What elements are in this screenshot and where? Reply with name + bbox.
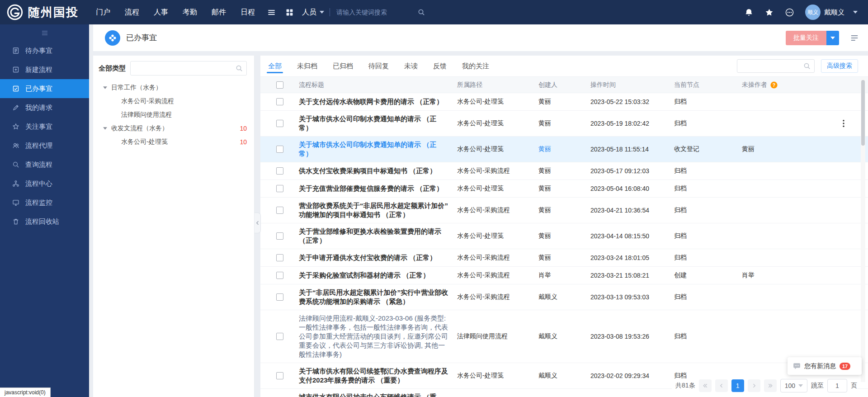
workflow-title-link[interactable]: 法律顾问使用流程-戴顺义-2023-03-06 (服务类型:一般性法律事务，包括… bbox=[299, 314, 448, 358]
row-checkbox[interactable] bbox=[276, 120, 283, 127]
top-nav-item-2[interactable]: 人事 bbox=[146, 0, 175, 24]
search-icon[interactable] bbox=[803, 62, 811, 70]
jump-page-input[interactable] bbox=[827, 379, 847, 392]
top-nav-item-0[interactable]: 门户 bbox=[89, 0, 118, 24]
first-page-button[interactable] bbox=[699, 379, 712, 392]
row-checkbox[interactable] bbox=[276, 98, 283, 105]
top-nav-item-5[interactable]: 日程 bbox=[233, 0, 262, 24]
tree-node[interactable]: 收发文流程（水务）10 bbox=[93, 122, 254, 135]
tree-node[interactable]: 水务公司-采购流程 bbox=[93, 95, 254, 108]
row-checkbox[interactable] bbox=[276, 272, 283, 279]
row-checkbox[interactable] bbox=[276, 232, 283, 240]
page-size-select[interactable]: 100 bbox=[780, 379, 807, 392]
row-checkbox[interactable] bbox=[276, 372, 283, 379]
tab-6[interactable]: 我的关注 bbox=[462, 56, 489, 76]
sidebar-item-8[interactable]: 流程监控 bbox=[0, 193, 89, 212]
top-nav-item-4[interactable]: 邮件 bbox=[204, 0, 233, 24]
sidebar-item-0[interactable]: 待办事宜 bbox=[0, 41, 89, 60]
sidebar-item-1[interactable]: 新建流程 bbox=[0, 60, 89, 79]
sidebar-item-7[interactable]: 流程中心 bbox=[0, 174, 89, 193]
search-icon[interactable] bbox=[418, 9, 425, 16]
sidebar-grip[interactable] bbox=[0, 24, 89, 41]
top-nav-item-3[interactable]: 考勤 bbox=[175, 0, 204, 24]
sidebar-item-2[interactable]: 已办事宜 bbox=[0, 79, 89, 98]
table-row[interactable]: 营业部收费系统关于“非居民用水超定额累计加价”功能增加的项目中标通知书 （正常）… bbox=[260, 198, 868, 223]
row-checkbox[interactable] bbox=[276, 207, 283, 214]
sidebar-item-3[interactable]: 我的请求 bbox=[0, 98, 89, 117]
row-checkbox[interactable] bbox=[276, 333, 283, 340]
tree-search-input[interactable] bbox=[134, 65, 236, 72]
notifications-bell-icon[interactable] bbox=[745, 8, 753, 17]
table-row[interactable]: 关于营业部维修和更换水表检验装置费用的请示 （正常）水务公司-处理笺黄丽2023… bbox=[260, 223, 868, 249]
user-menu-chevron-icon[interactable] bbox=[853, 11, 858, 14]
tab-5[interactable]: 反馈 bbox=[433, 56, 447, 76]
select-all-checkbox[interactable] bbox=[276, 81, 283, 89]
workflow-title-link[interactable]: 关于“非居民用水超定额累计加价”实行中营业部收费系统功能增加的采购请示 （紧急） bbox=[299, 288, 448, 305]
workflow-title-link[interactable]: 关于采购化验室试剂和器材的请示 （正常） bbox=[299, 271, 429, 279]
row-checkbox[interactable] bbox=[276, 146, 283, 153]
workflow-title-link[interactable]: 城市供水有限公司抄表中心车辆维修请示 （重要） bbox=[299, 393, 436, 397]
tree-expand-caret-icon[interactable] bbox=[103, 86, 107, 89]
next-page-button[interactable] bbox=[748, 379, 760, 392]
top-nav-item-1[interactable]: 流程 bbox=[118, 0, 146, 24]
prev-page-button[interactable] bbox=[715, 379, 728, 392]
table-row[interactable]: 关于“非居民用水超定额累计加价”实行中营业部收费系统功能增加的采购请示 （紧急）… bbox=[260, 284, 868, 310]
hamburger-menu-icon[interactable] bbox=[267, 8, 276, 17]
scrollbar-thumb[interactable] bbox=[861, 80, 865, 146]
workflow-title-link[interactable]: 营业部收费系统关于“非居民用水超定额累计加价”功能增加的项目中标通知书 （正常） bbox=[299, 202, 448, 218]
tree-node[interactable]: 水务公司-处理笺10 bbox=[93, 135, 254, 149]
sidebar-item-9[interactable]: 流程回收站 bbox=[0, 212, 89, 231]
module-dropdown[interactable]: 人员 bbox=[302, 8, 324, 17]
user-name[interactable]: 戴顺义 bbox=[824, 8, 844, 17]
row-checkbox[interactable] bbox=[276, 167, 283, 175]
table-row[interactable]: 关于支付远传水表物联网卡费用的请示 （正常）水务公司-处理笺黄丽2023-05-… bbox=[260, 93, 868, 111]
workflow-title-link[interactable]: 关于城市供水有限公司续签鄂汇办水费查询程序及支付2023年服务费的请示 （重要） bbox=[299, 367, 448, 384]
scrollbar-track[interactable] bbox=[861, 77, 865, 382]
apps-grid-icon[interactable] bbox=[286, 9, 293, 16]
help-question-icon[interactable]: ? bbox=[770, 81, 778, 89]
tab-2[interactable]: 已归档 bbox=[333, 56, 353, 76]
more-options-icon[interactable] bbox=[785, 8, 794, 17]
tab-0[interactable]: 全部 bbox=[268, 56, 282, 76]
sidebar-item-6[interactable]: 查询流程 bbox=[0, 155, 89, 174]
brand[interactable]: 随州国投 bbox=[0, 4, 89, 21]
message-toast[interactable]: 您有新消息 17 bbox=[788, 357, 862, 375]
view-settings-icon[interactable] bbox=[850, 33, 859, 43]
table-row[interactable]: 关于采购化验室试剂和器材的请示 （正常）水务公司-采购流程肖举2023-03-2… bbox=[260, 267, 868, 284]
table-row[interactable]: 关于城市供水公司印制水费通知单的请示 （正常）水务公司-处理笺黄丽2023-05… bbox=[260, 137, 868, 162]
table-row[interactable]: 供水支付宝收费采购项目中标通知书 （正常）水务公司-采购流程黄丽2023-05-… bbox=[260, 162, 868, 180]
search-icon[interactable] bbox=[236, 65, 243, 72]
favorites-star-icon[interactable] bbox=[765, 8, 774, 17]
tree-node[interactable]: 日常工作（水务） bbox=[93, 81, 254, 95]
tree-expand-caret-icon[interactable] bbox=[103, 127, 107, 130]
workflow-title-link[interactable]: 供水支付宝收费采购项目中标通知书 （正常） bbox=[299, 167, 436, 175]
sidebar-item-4[interactable]: 关注事宜 bbox=[0, 117, 89, 136]
last-page-button[interactable] bbox=[764, 379, 777, 392]
table-row[interactable]: 关于城市供水公司印制水费通知单的请示 （正常）水务公司-处理笺黄丽2023-05… bbox=[260, 111, 868, 137]
user-avatar[interactable]: 顺义 bbox=[805, 5, 821, 20]
workflow-title-link[interactable]: 关于申请开通供水支付宝收费的请示 （正常） bbox=[299, 254, 436, 261]
workflow-title-link[interactable]: 关于营业部维修和更换水表检验装置费用的请示 （正常） bbox=[299, 227, 441, 244]
list-search-input[interactable] bbox=[741, 63, 803, 70]
table-row[interactable]: 关于充值营业部催费短信服务费的请示 （正常）水务公司-处理笺黄丽2023-05-… bbox=[260, 180, 868, 198]
workflow-title-link[interactable]: 关于支付远传水表物联网卡费用的请示 （正常） bbox=[299, 98, 443, 105]
batch-follow-dropdown-button[interactable] bbox=[826, 31, 839, 45]
tab-1[interactable]: 未归档 bbox=[297, 56, 317, 76]
table-row[interactable]: 法律顾问使用流程-戴顺义-2023-03-06 (服务类型:一般性法律事务，包括… bbox=[260, 310, 868, 363]
current-page-button[interactable]: 1 bbox=[731, 379, 744, 392]
workflow-title-link[interactable]: 关于城市供水公司印制水费通知单的请示 （正常） bbox=[299, 141, 436, 157]
row-more-kebab-icon[interactable] bbox=[843, 120, 844, 128]
workflow-title-link[interactable]: 关于城市供水公司印制水费通知单的请示 （正常） bbox=[299, 115, 436, 132]
advanced-search-button[interactable]: 高级搜索 bbox=[821, 59, 858, 73]
sidebar-item-5[interactable]: 流程代理 bbox=[0, 136, 89, 155]
table-row[interactable]: 关于申请开通供水支付宝收费的请示 （正常）水务公司-采购流程黄丽2023-03-… bbox=[260, 249, 868, 267]
tab-4[interactable]: 未读 bbox=[404, 56, 418, 76]
row-checkbox[interactable] bbox=[276, 293, 283, 301]
workflow-title-link[interactable]: 关于充值营业部催费短信服务费的请示 （正常） bbox=[299, 184, 443, 192]
row-checkbox[interactable] bbox=[276, 254, 283, 261]
tab-3[interactable]: 待回复 bbox=[368, 56, 389, 76]
tree-node[interactable]: 法律顾问使用流程 bbox=[93, 108, 254, 122]
batch-follow-button[interactable]: 批量关注 bbox=[786, 31, 826, 45]
row-checkbox[interactable] bbox=[276, 185, 283, 192]
global-search-input[interactable] bbox=[336, 9, 418, 16]
